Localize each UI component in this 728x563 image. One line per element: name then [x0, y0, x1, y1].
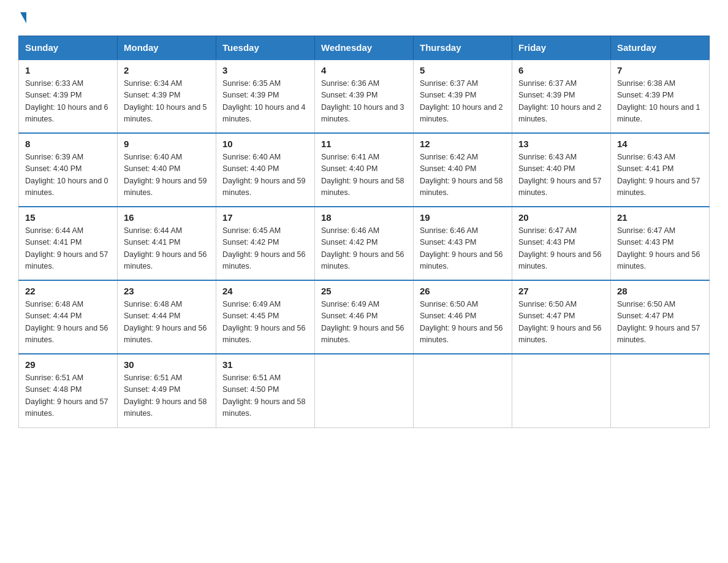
day-number: 4 — [321, 65, 407, 75]
day-number: 29 — [25, 359, 111, 370]
day-info: Sunrise: 6:46 AMSunset: 4:43 PMDaylight:… — [420, 225, 506, 273]
day-number: 2 — [124, 65, 210, 75]
empty-cell — [512, 354, 611, 427]
day-number: 18 — [321, 212, 407, 223]
day-cell-2: 2Sunrise: 6:34 AMSunset: 4:39 PMDaylight… — [118, 59, 216, 133]
day-info: Sunrise: 6:40 AMSunset: 4:40 PMDaylight:… — [124, 151, 210, 199]
day-number: 27 — [518, 286, 604, 296]
day-cell-15: 15Sunrise: 6:44 AMSunset: 4:41 PMDayligh… — [19, 207, 118, 280]
day-info: Sunrise: 6:34 AMSunset: 4:39 PMDaylight:… — [124, 78, 210, 126]
day-info: Sunrise: 6:50 AMSunset: 4:47 PMDaylight:… — [518, 299, 604, 347]
week-row-5: 29Sunrise: 6:51 AMSunset: 4:48 PMDayligh… — [19, 354, 710, 427]
day-number: 7 — [617, 65, 703, 75]
day-number: 11 — [321, 139, 407, 149]
empty-cell — [611, 354, 710, 427]
day-info: Sunrise: 6:41 AMSunset: 4:40 PMDaylight:… — [321, 151, 407, 199]
day-info: Sunrise: 6:48 AMSunset: 4:44 PMDaylight:… — [124, 299, 210, 347]
weekday-header-sunday: Sunday — [19, 36, 118, 60]
day-info: Sunrise: 6:43 AMSunset: 4:40 PMDaylight:… — [518, 151, 604, 199]
weekday-header-monday: Monday — [118, 36, 216, 60]
day-number: 21 — [617, 212, 703, 223]
weekday-header-friday: Friday — [512, 36, 611, 60]
day-info: Sunrise: 6:36 AMSunset: 4:39 PMDaylight:… — [321, 78, 407, 126]
day-cell-26: 26Sunrise: 6:50 AMSunset: 4:46 PMDayligh… — [414, 280, 512, 354]
day-info: Sunrise: 6:50 AMSunset: 4:47 PMDaylight:… — [617, 299, 703, 347]
day-cell-23: 23Sunrise: 6:48 AMSunset: 4:44 PMDayligh… — [118, 280, 216, 354]
logo — [18, 12, 26, 23]
day-cell-9: 9Sunrise: 6:40 AMSunset: 4:40 PMDaylight… — [118, 133, 216, 207]
day-info: Sunrise: 6:46 AMSunset: 4:42 PMDaylight:… — [321, 225, 407, 273]
day-cell-3: 3Sunrise: 6:35 AMSunset: 4:39 PMDaylight… — [216, 59, 315, 133]
week-row-3: 15Sunrise: 6:44 AMSunset: 4:41 PMDayligh… — [19, 207, 710, 280]
day-info: Sunrise: 6:51 AMSunset: 4:48 PMDaylight:… — [25, 372, 111, 420]
day-cell-5: 5Sunrise: 6:37 AMSunset: 4:39 PMDaylight… — [414, 59, 512, 133]
day-cell-12: 12Sunrise: 6:42 AMSunset: 4:40 PMDayligh… — [414, 133, 512, 207]
weekday-header-row: SundayMondayTuesdayWednesdayThursdayFrid… — [19, 36, 710, 60]
day-cell-16: 16Sunrise: 6:44 AMSunset: 4:41 PMDayligh… — [118, 207, 216, 280]
day-info: Sunrise: 6:40 AMSunset: 4:40 PMDaylight:… — [222, 151, 308, 199]
day-cell-17: 17Sunrise: 6:45 AMSunset: 4:42 PMDayligh… — [216, 207, 315, 280]
day-info: Sunrise: 6:47 AMSunset: 4:43 PMDaylight:… — [518, 225, 604, 273]
day-cell-24: 24Sunrise: 6:49 AMSunset: 4:45 PMDayligh… — [216, 280, 315, 354]
day-cell-29: 29Sunrise: 6:51 AMSunset: 4:48 PMDayligh… — [19, 354, 118, 427]
day-cell-25: 25Sunrise: 6:49 AMSunset: 4:46 PMDayligh… — [315, 280, 414, 354]
day-info: Sunrise: 6:51 AMSunset: 4:50 PMDaylight:… — [222, 372, 308, 420]
day-cell-13: 13Sunrise: 6:43 AMSunset: 4:40 PMDayligh… — [512, 133, 611, 207]
day-cell-30: 30Sunrise: 6:51 AMSunset: 4:49 PMDayligh… — [118, 354, 216, 427]
weekday-header-wednesday: Wednesday — [315, 36, 414, 60]
day-info: Sunrise: 6:48 AMSunset: 4:44 PMDaylight:… — [25, 299, 111, 347]
day-cell-7: 7Sunrise: 6:38 AMSunset: 4:39 PMDaylight… — [611, 59, 710, 133]
day-info: Sunrise: 6:44 AMSunset: 4:41 PMDaylight:… — [25, 225, 111, 273]
day-cell-18: 18Sunrise: 6:46 AMSunset: 4:42 PMDayligh… — [315, 207, 414, 280]
day-number: 24 — [222, 286, 308, 296]
day-number: 15 — [25, 212, 111, 223]
day-number: 28 — [617, 286, 703, 296]
day-info: Sunrise: 6:42 AMSunset: 4:40 PMDaylight:… — [420, 151, 506, 199]
calendar-table: SundayMondayTuesdayWednesdayThursdayFrid… — [18, 36, 710, 428]
day-info: Sunrise: 6:49 AMSunset: 4:46 PMDaylight:… — [321, 299, 407, 347]
day-info: Sunrise: 6:38 AMSunset: 4:39 PMDaylight:… — [617, 78, 703, 126]
day-info: Sunrise: 6:37 AMSunset: 4:39 PMDaylight:… — [420, 78, 506, 126]
day-number: 10 — [222, 139, 308, 149]
weekday-header-tuesday: Tuesday — [216, 36, 315, 60]
week-row-1: 1Sunrise: 6:33 AMSunset: 4:39 PMDaylight… — [19, 59, 710, 133]
day-cell-14: 14Sunrise: 6:43 AMSunset: 4:41 PMDayligh… — [611, 133, 710, 207]
page-header — [18, 12, 710, 23]
day-number: 23 — [124, 286, 210, 296]
day-info: Sunrise: 6:50 AMSunset: 4:46 PMDaylight:… — [420, 299, 506, 347]
day-number: 12 — [420, 139, 506, 149]
day-cell-31: 31Sunrise: 6:51 AMSunset: 4:50 PMDayligh… — [216, 354, 315, 427]
day-number: 26 — [420, 286, 506, 296]
day-number: 30 — [124, 359, 210, 370]
day-number: 13 — [518, 139, 604, 149]
day-number: 5 — [420, 65, 506, 75]
day-number: 31 — [222, 359, 308, 370]
day-info: Sunrise: 6:45 AMSunset: 4:42 PMDaylight:… — [222, 225, 308, 273]
week-row-2: 8Sunrise: 6:39 AMSunset: 4:40 PMDaylight… — [19, 133, 710, 207]
day-number: 3 — [222, 65, 308, 75]
day-cell-10: 10Sunrise: 6:40 AMSunset: 4:40 PMDayligh… — [216, 133, 315, 207]
day-cell-20: 20Sunrise: 6:47 AMSunset: 4:43 PMDayligh… — [512, 207, 611, 280]
day-number: 20 — [518, 212, 604, 223]
calendar-body: 1Sunrise: 6:33 AMSunset: 4:39 PMDaylight… — [19, 59, 710, 427]
day-cell-11: 11Sunrise: 6:41 AMSunset: 4:40 PMDayligh… — [315, 133, 414, 207]
weekday-header-thursday: Thursday — [414, 36, 512, 60]
weekday-header-saturday: Saturday — [611, 36, 710, 60]
day-cell-6: 6Sunrise: 6:37 AMSunset: 4:39 PMDaylight… — [512, 59, 611, 133]
day-cell-27: 27Sunrise: 6:50 AMSunset: 4:47 PMDayligh… — [512, 280, 611, 354]
day-info: Sunrise: 6:47 AMSunset: 4:43 PMDaylight:… — [617, 225, 703, 273]
day-cell-22: 22Sunrise: 6:48 AMSunset: 4:44 PMDayligh… — [19, 280, 118, 354]
day-info: Sunrise: 6:33 AMSunset: 4:39 PMDaylight:… — [25, 78, 111, 126]
day-cell-4: 4Sunrise: 6:36 AMSunset: 4:39 PMDaylight… — [315, 59, 414, 133]
day-number: 9 — [124, 139, 210, 149]
day-number: 8 — [25, 139, 111, 149]
day-info: Sunrise: 6:37 AMSunset: 4:39 PMDaylight:… — [518, 78, 604, 126]
day-number: 16 — [124, 212, 210, 223]
day-number: 19 — [420, 212, 506, 223]
day-info: Sunrise: 6:43 AMSunset: 4:41 PMDaylight:… — [617, 151, 703, 199]
day-number: 22 — [25, 286, 111, 296]
day-number: 25 — [321, 286, 407, 296]
day-info: Sunrise: 6:35 AMSunset: 4:39 PMDaylight:… — [222, 78, 308, 126]
empty-cell — [315, 354, 414, 427]
day-cell-19: 19Sunrise: 6:46 AMSunset: 4:43 PMDayligh… — [414, 207, 512, 280]
